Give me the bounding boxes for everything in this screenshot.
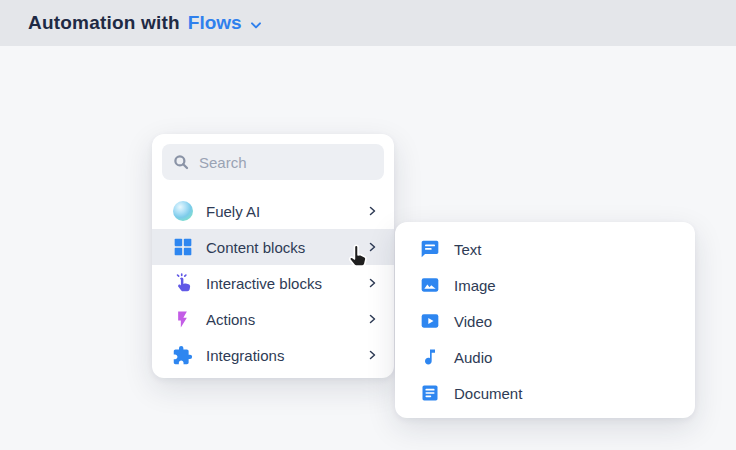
- flows-dropdown[interactable]: Flows: [188, 12, 264, 34]
- video-play-icon: [419, 311, 440, 332]
- menu-item-label: Fuely AI: [206, 203, 353, 220]
- flows-dropdown-label: Flows: [188, 12, 242, 34]
- submenu-item-label: Audio: [454, 349, 675, 366]
- submenu-item-text[interactable]: Text: [395, 231, 695, 267]
- bolt-icon: [172, 309, 193, 330]
- submenu-item-label: Document: [454, 385, 675, 402]
- chevron-right-icon: [366, 205, 378, 217]
- fuely-ai-orb-icon: [172, 201, 193, 222]
- chat-icon: [419, 239, 440, 260]
- menu-item-fuely-ai[interactable]: Fuely AI: [152, 193, 394, 229]
- menu-item-label: Integrations: [206, 347, 353, 364]
- block-category-list: Fuely AI Content blocks Interactive bloc…: [152, 193, 394, 373]
- document-icon: [419, 383, 440, 404]
- search-box[interactable]: [162, 144, 384, 180]
- submenu-item-label: Image: [454, 277, 675, 294]
- submenu-item-document[interactable]: Document: [395, 375, 695, 411]
- chevron-down-icon: [248, 17, 264, 33]
- content-blocks-submenu: Text Image Video Audio Document: [395, 222, 695, 418]
- submenu-item-label: Video: [454, 313, 675, 330]
- tap-icon: [172, 273, 193, 294]
- chevron-right-icon: [366, 313, 378, 325]
- menu-item-label: Interactive blocks: [206, 275, 353, 292]
- submenu-item-image[interactable]: Image: [395, 267, 695, 303]
- chevron-right-icon: [366, 349, 378, 361]
- submenu-item-video[interactable]: Video: [395, 303, 695, 339]
- search-icon: [172, 153, 190, 171]
- menu-item-label: Actions: [206, 311, 353, 328]
- submenu-item-label: Text: [454, 241, 675, 258]
- puzzle-icon: [172, 345, 193, 366]
- menu-item-label: Content blocks: [206, 239, 353, 256]
- image-icon: [419, 275, 440, 296]
- grid-icon: [172, 237, 193, 258]
- header-bar: Automation with Flows: [0, 0, 736, 46]
- menu-item-integrations[interactable]: Integrations: [152, 337, 394, 373]
- page-title: Automation with: [28, 12, 180, 34]
- search-input[interactable]: [199, 154, 374, 171]
- cursor-pointer-icon: [344, 243, 370, 273]
- menu-item-actions[interactable]: Actions: [152, 301, 394, 337]
- chevron-right-icon: [366, 277, 378, 289]
- submenu-item-audio[interactable]: Audio: [395, 339, 695, 375]
- music-note-icon: [419, 347, 440, 368]
